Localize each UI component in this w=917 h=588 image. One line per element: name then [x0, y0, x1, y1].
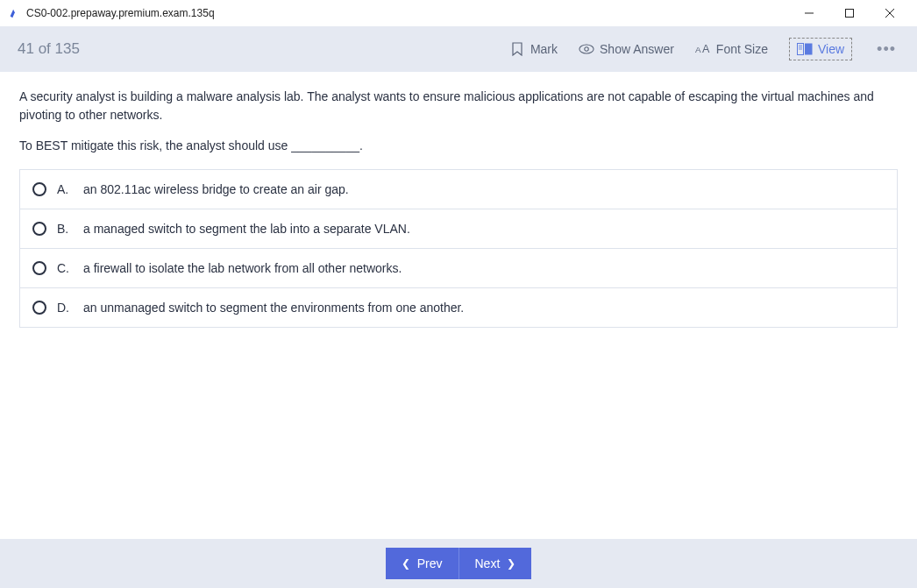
chevron-right-icon: ❯: [507, 557, 515, 570]
eye-icon: [579, 41, 594, 57]
close-button[interactable]: [870, 0, 910, 26]
svg-rect-1: [846, 10, 854, 18]
radio-icon: [32, 182, 46, 196]
more-button[interactable]: •••: [873, 40, 899, 59]
radio-icon: [32, 261, 46, 275]
answer-letter: D.: [57, 301, 73, 315]
svg-text:A: A: [702, 44, 710, 56]
svg-point-5: [585, 47, 589, 52]
view-label: View: [818, 42, 844, 56]
answer-list: A. an 802.11ac wireless bridge to create…: [19, 169, 898, 328]
svg-rect-9: [805, 44, 813, 55]
answer-option-a[interactable]: A. an 802.11ac wireless bridge to create…: [19, 170, 898, 209]
font-size-icon: AA: [695, 41, 711, 57]
maximize-button[interactable]: [829, 0, 870, 26]
answer-letter: C.: [57, 261, 73, 275]
radio-icon: [32, 222, 46, 236]
bookmark-icon: [509, 41, 525, 57]
footer-nav: ❮ Prev Next ❯: [0, 539, 917, 588]
question-prompt: To BEST mitigate this risk, the analyst …: [19, 137, 898, 155]
answer-option-d[interactable]: D. an unmanaged switch to segment the en…: [19, 288, 898, 328]
question-text: A security analyst is building a malware…: [19, 88, 898, 124]
toolbar-actions: Mark Show Answer AA Font Size View •••: [509, 38, 899, 60]
answer-letter: B.: [57, 222, 73, 236]
font-size-label: Font Size: [716, 42, 768, 56]
toolbar: 41 of 135 Mark Show Answer AA Font Size …: [0, 26, 917, 72]
answer-text: an unmanaged switch to segment the envir…: [83, 301, 464, 315]
minimize-button[interactable]: [789, 0, 829, 26]
answer-option-b[interactable]: B. a managed switch to segment the lab i…: [19, 209, 898, 249]
prev-label: Prev: [417, 556, 443, 570]
svg-text:A: A: [695, 46, 701, 55]
question-counter: 41 of 135: [18, 40, 509, 58]
next-button[interactable]: Next ❯: [459, 548, 532, 579]
show-answer-button[interactable]: Show Answer: [579, 41, 674, 57]
mark-button[interactable]: Mark: [509, 41, 558, 57]
answer-text: a managed switch to segment the lab into…: [83, 222, 410, 236]
show-answer-label: Show Answer: [600, 42, 674, 56]
svg-point-4: [579, 45, 594, 53]
next-label: Next: [475, 556, 501, 570]
prev-button[interactable]: ❮ Prev: [386, 548, 459, 579]
window-controls: [789, 0, 910, 26]
content-area: A security analyst is building a malware…: [0, 72, 917, 539]
titlebar: CS0-002.prepaway.premium.exam.135q: [0, 0, 917, 26]
answer-option-c[interactable]: C. a firewall to isolate the lab network…: [19, 249, 898, 288]
window-title: CS0-002.prepaway.premium.exam.135q: [26, 7, 789, 19]
answer-text: an 802.11ac wireless bridge to create an…: [83, 182, 349, 196]
chevron-left-icon: ❮: [402, 557, 410, 570]
view-button[interactable]: View: [789, 38, 852, 60]
app-icon: [7, 6, 21, 20]
answer-letter: A.: [57, 182, 73, 196]
view-icon: [797, 41, 813, 57]
font-size-button[interactable]: AA Font Size: [695, 41, 768, 57]
mark-label: Mark: [530, 42, 558, 56]
radio-icon: [32, 301, 46, 315]
answer-text: a firewall to isolate the lab network fr…: [83, 261, 402, 275]
